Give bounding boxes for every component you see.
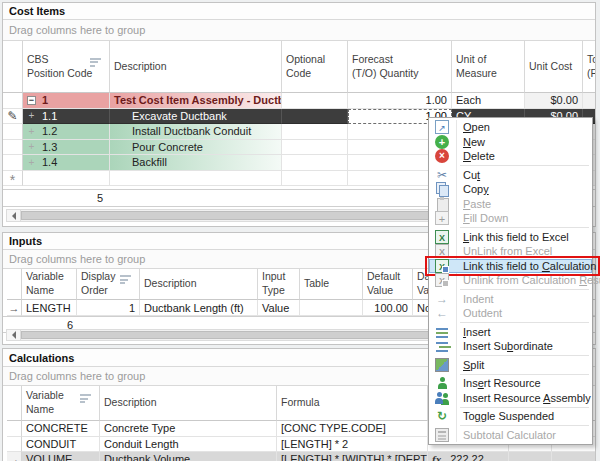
column-header-indicator[interactable]	[7, 386, 22, 421]
cell-cbs[interactable]: −1	[23, 93, 110, 109]
cell-formula[interactable]: [LENGTH] * 2	[277, 437, 428, 453]
cell-forecast[interactable]: 1.00	[348, 93, 452, 109]
cell-uom[interactable]: Each	[452, 93, 525, 109]
cell-cbs[interactable]	[23, 171, 110, 187]
cell-formula[interactable]: [CONC TYPE.CODE]	[277, 421, 428, 437]
expand-icon[interactable]: +	[27, 126, 36, 137]
cell-optional[interactable]	[282, 171, 348, 187]
cell-display_order[interactable]: 1	[77, 300, 140, 316]
column-header-unit_cost[interactable]: Unit Cost	[525, 41, 583, 93]
cell-description[interactable]: Ductbank Length (ft)	[140, 300, 258, 316]
cell-pad2[interactable]	[552, 452, 596, 461]
column-header-total[interactable]: Total (Forecast)	[583, 41, 596, 93]
cell-optional[interactable]	[282, 109, 348, 125]
menu-item-insert-subordinate[interactable]: Insert Subordinate	[429, 339, 592, 354]
menu-item-insert-resource-assembly[interactable]: Insert Resource Assembly	[429, 391, 592, 406]
cell-optional[interactable]	[282, 124, 348, 140]
menu-item-cut[interactable]: Cut	[429, 168, 592, 183]
sort-icon	[80, 394, 91, 403]
cell-optional[interactable]	[282, 155, 348, 171]
cell-indicator[interactable]	[3, 93, 23, 109]
cost-items-group-drop-zone[interactable]: Drag columns here to group	[3, 20, 595, 41]
column-header-var_name[interactable]: Variable Name	[22, 269, 77, 300]
column-header-description[interactable]: Description	[100, 386, 277, 421]
menu-item-open[interactable]: Open	[429, 120, 592, 135]
collapse-icon[interactable]: −	[27, 96, 36, 105]
column-header-var_name[interactable]: Variable Name	[22, 386, 100, 421]
cell-indicator[interactable]	[7, 437, 22, 453]
cell-var_name[interactable]: CONDUIT	[22, 437, 100, 453]
cell-indicator[interactable]	[3, 124, 23, 140]
cell-unit_cost[interactable]: $0.00	[525, 93, 583, 109]
cell-result[interactable]: fx222.22	[428, 452, 509, 461]
menu-item-split[interactable]: Split	[429, 358, 592, 373]
column-header-formula[interactable]: Formula	[277, 386, 428, 421]
expand-icon[interactable]: +	[27, 157, 36, 168]
column-header-default_value[interactable]: Default Value	[363, 269, 413, 300]
cell-cbs[interactable]: +1.2	[23, 124, 110, 140]
expand-icon[interactable]: +	[27, 110, 36, 121]
menu-item-label: Outdent	[463, 307, 502, 319]
column-header-display_order[interactable]: Display Order	[77, 269, 140, 300]
cell-indicator[interactable]: ✎	[3, 109, 23, 125]
menu-item-label: Insert	[463, 326, 491, 338]
cell-var_name[interactable]: CONCRETE	[22, 421, 100, 437]
cell-description[interactable]: Concrete Type	[100, 421, 277, 437]
cell-var_name[interactable]: LENGTH	[22, 300, 77, 316]
cell-description[interactable]: Ductbank Volume	[100, 452, 277, 461]
menu-item-label: Cut	[463, 169, 480, 181]
menu-item-insert[interactable]: Insert	[429, 325, 592, 340]
column-header-table[interactable]: Table	[300, 269, 363, 300]
cut-icon	[435, 168, 449, 182]
column-header-description[interactable]: Description	[110, 41, 282, 93]
cell-indicator[interactable]	[3, 155, 23, 171]
cell-cbs[interactable]: +1.4	[23, 155, 110, 171]
cell-description[interactable]: Pour Concrete	[110, 140, 282, 156]
menu-item-link-this-field-to-calculation-result[interactable]: Link this field to Calculation Result	[429, 259, 592, 274]
cell-default_value[interactable]: 100.00	[363, 300, 413, 316]
cell-total[interactable]	[583, 93, 596, 109]
column-header-cbs[interactable]: CBS Position Code	[23, 41, 110, 93]
column-header-optional[interactable]: Optional Code	[282, 41, 348, 93]
menu-item-new[interactable]: New	[429, 135, 592, 150]
cell-cbs[interactable]: +1.3	[23, 140, 110, 156]
cell-indicator[interactable]: →	[7, 452, 22, 461]
menu-item-delete[interactable]: Delete	[429, 149, 592, 164]
cell-indicator[interactable]	[3, 140, 23, 156]
cell-indicator[interactable]	[7, 421, 22, 437]
scroll-left-button[interactable]	[7, 330, 21, 340]
cell-pad1[interactable]	[509, 452, 552, 461]
cell-input_type[interactable]: Value	[258, 300, 300, 316]
cell-cbs[interactable]: +1.1	[23, 109, 110, 125]
column-header-indicator[interactable]	[3, 41, 23, 93]
cell-description[interactable]: Conduit Length	[100, 437, 277, 453]
expand-icon[interactable]: +	[27, 141, 36, 152]
cell-var_name[interactable]: VOLUME	[22, 452, 100, 461]
column-header-input_type[interactable]: Input Type	[258, 269, 300, 300]
cell-optional[interactable]	[282, 93, 348, 109]
column-header-description[interactable]: Description	[140, 269, 258, 300]
menu-item-fill-down: Fill Down	[429, 211, 592, 226]
cell-table[interactable]	[300, 300, 363, 316]
cell-indicator[interactable]: *	[3, 171, 23, 187]
column-header-uom[interactable]: Unit of Measure	[452, 41, 525, 93]
menu-item-indent: Indent	[429, 292, 592, 307]
cell-formula[interactable]: [LENGTH] * [WIDTH] * [DEPTH] / 27	[277, 452, 428, 461]
cell-description[interactable]: Test Cost Item Assembly - Ductbank	[110, 93, 282, 109]
menu-item-link-this-field-to-excel[interactable]: Link this field to Excel	[429, 230, 592, 245]
table-row: −1Test Cost Item Assembly - Ductbank1.00…	[3, 93, 595, 109]
cell-optional[interactable]	[282, 140, 348, 156]
cell-indicator[interactable]: →	[7, 300, 22, 316]
column-header-forecast[interactable]: Forecast (T/O) Quantity	[348, 41, 452, 93]
cell-description[interactable]	[110, 171, 282, 187]
delete-icon	[435, 149, 449, 163]
cell-description[interactable]: Install Ductbank Conduit	[110, 124, 282, 140]
cell-description[interactable]: Backfill	[110, 155, 282, 171]
menu-item-insert-resource[interactable]: Insert Resource	[429, 376, 592, 391]
cell-description[interactable]: Excavate Ductbank	[110, 109, 282, 125]
menu-separator	[460, 407, 589, 408]
menu-item-toggle-suspended[interactable]: Toggle Suspended	[429, 409, 592, 424]
column-header-indicator[interactable]	[7, 269, 22, 300]
menu-item-copy[interactable]: Copy	[429, 182, 592, 197]
scroll-left-button[interactable]	[7, 210, 21, 221]
